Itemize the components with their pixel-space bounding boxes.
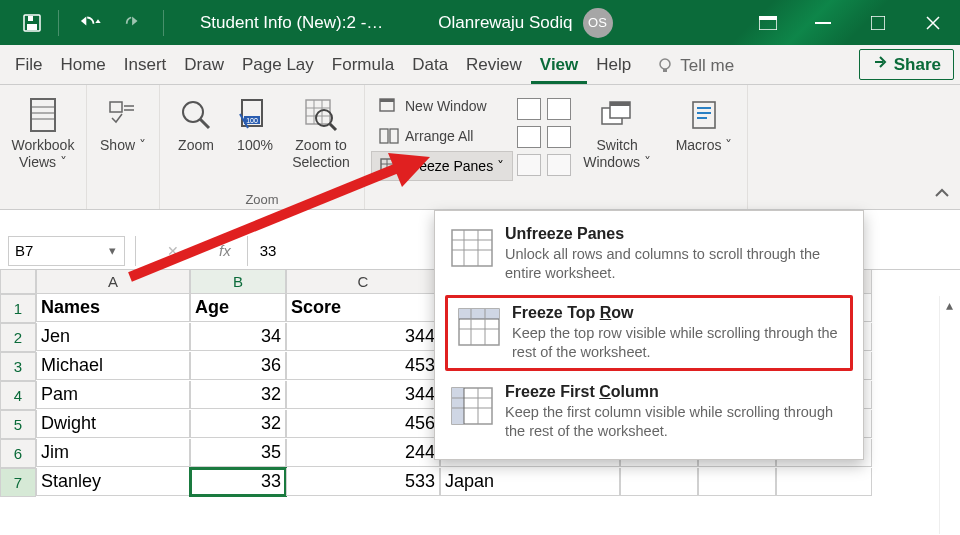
undo-icon[interactable] — [75, 13, 109, 33]
cell[interactable]: 32 — [190, 410, 286, 438]
maximize-icon[interactable] — [850, 0, 905, 45]
zoom-selection[interactable]: Zoom to Selection — [284, 91, 358, 171]
zoom-100[interactable]: 100 100% — [228, 91, 282, 154]
tab-view[interactable]: View — [531, 47, 587, 84]
svg-rect-6 — [871, 16, 885, 30]
cell[interactable]: 32 — [190, 381, 286, 409]
tab-draw[interactable]: Draw — [175, 47, 233, 84]
freeze-top-row-icon — [456, 304, 502, 350]
bulb-icon — [656, 57, 674, 75]
enter-formula-icon[interactable]: ✓ — [185, 243, 209, 259]
row-header[interactable]: 7 — [0, 468, 36, 497]
cell[interactable]: 453 — [286, 352, 440, 380]
file-title: Student Info (New):2 -… — [200, 13, 383, 33]
cell[interactable]: Stanley — [36, 468, 190, 496]
cell[interactable] — [776, 468, 872, 496]
cell-selected[interactable]: 33 — [190, 468, 286, 496]
row-header[interactable]: 4 — [0, 381, 36, 410]
row-header[interactable]: 3 — [0, 352, 36, 381]
menu-freeze-first-col[interactable]: Freeze First Column Keep the first colum… — [435, 375, 863, 449]
macros[interactable]: Macros ˅ — [667, 91, 741, 154]
svg-text:100: 100 — [246, 117, 258, 124]
cell[interactable]: Jim — [36, 439, 190, 467]
cell[interactable]: Names — [36, 294, 190, 322]
zoom-icon — [179, 95, 213, 135]
tab-review[interactable]: Review — [457, 47, 531, 84]
cell[interactable] — [620, 468, 698, 496]
cell[interactable]: Jen — [36, 323, 190, 351]
row-header[interactable]: 2 — [0, 323, 36, 352]
name-box[interactable]: B7 ▾ — [8, 236, 125, 266]
avatar[interactable]: OS — [583, 8, 613, 38]
zoom-100-label: 100% — [237, 137, 273, 154]
select-all[interactable] — [0, 270, 36, 294]
show[interactable]: Show ˅ — [93, 91, 153, 154]
cell[interactable]: Michael — [36, 352, 190, 380]
tab-help[interactable]: Help — [587, 47, 640, 84]
menu-freeze-top-row[interactable]: Freeze Top Row Keep the top row visible … — [445, 295, 853, 371]
row-header[interactable]: 6 — [0, 439, 36, 468]
col-B[interactable]: B — [190, 270, 286, 294]
freeze-first-col-icon — [449, 383, 495, 429]
tell-me[interactable]: Tell me — [650, 48, 740, 84]
tab-home[interactable]: Home — [51, 47, 114, 84]
arrange-all[interactable]: Arrange All — [371, 121, 513, 151]
cell[interactable]: Age — [190, 294, 286, 322]
formula-value[interactable]: 33 — [260, 242, 277, 259]
freeze-panes-button[interactable]: Freeze Panes ˅ — [371, 151, 513, 181]
menu-freeze-top-row-title: Freeze Top Row — [512, 304, 842, 322]
cell[interactable]: 34 — [190, 323, 286, 351]
zoom-group-label: Zoom — [245, 190, 278, 209]
switch-windows-label: Switch Windows ˅ — [575, 137, 659, 171]
svg-rect-2 — [28, 16, 33, 21]
tab-formulas[interactable]: Formula — [323, 47, 403, 84]
cell[interactable]: 456 — [286, 410, 440, 438]
arrange-all-icon — [379, 126, 399, 146]
cell[interactable]: 344 — [286, 323, 440, 351]
tab-insert[interactable]: Insert — [115, 47, 176, 84]
cell[interactable]: Dwight — [36, 410, 190, 438]
split-icon[interactable] — [517, 98, 541, 120]
cell[interactable]: 344 — [286, 381, 440, 409]
workbook-views[interactable]: Workbook Views ˅ — [6, 91, 80, 171]
fx-icon[interactable]: fx — [219, 242, 231, 259]
redo-icon[interactable] — [123, 13, 147, 33]
cancel-formula-icon[interactable]: ✕ — [161, 243, 185, 259]
user-name: Olanrewaju Sodiq — [438, 13, 572, 33]
svg-rect-42 — [452, 230, 492, 266]
close-icon[interactable] — [905, 0, 960, 45]
cell[interactable] — [698, 468, 776, 496]
minimize-icon[interactable] — [795, 0, 850, 45]
new-window[interactable]: New Window — [371, 91, 513, 121]
row-header[interactable]: 1 — [0, 294, 36, 323]
cell[interactable]: Japan — [440, 468, 620, 496]
tab-pagelayout[interactable]: Page Lay — [233, 47, 323, 84]
row-header[interactable]: 5 — [0, 410, 36, 439]
col-C[interactable]: C — [286, 270, 440, 294]
sbs-icon[interactable] — [547, 98, 571, 120]
scroll-up-icon[interactable]: ▴ — [940, 296, 958, 314]
zoom[interactable]: Zoom — [166, 91, 226, 154]
cell[interactable]: 244 — [286, 439, 440, 467]
hide-icon[interactable] — [517, 126, 541, 148]
cell[interactable]: 36 — [190, 352, 286, 380]
ribbon-display-icon[interactable] — [740, 0, 795, 45]
tab-data[interactable]: Data — [403, 47, 457, 84]
unhide-icon[interactable] — [517, 154, 541, 176]
svg-rect-30 — [381, 159, 399, 173]
reset-pos-icon[interactable] — [547, 154, 571, 176]
cell[interactable]: Pam — [36, 381, 190, 409]
switch-windows[interactable]: Switch Windows ˅ — [575, 91, 659, 171]
col-A[interactable]: A — [36, 270, 190, 294]
cell[interactable]: Score — [286, 294, 440, 322]
menu-unfreeze[interactable]: Unfreeze Panes Unlock all rows and colum… — [435, 217, 863, 291]
vertical-scrollbar[interactable]: ▴ — [939, 296, 957, 534]
cell[interactable]: 533 — [286, 468, 440, 496]
cell[interactable]: 35 — [190, 439, 286, 467]
save-icon[interactable] — [22, 13, 42, 33]
sync-scroll-icon[interactable] — [547, 126, 571, 148]
tab-file[interactable]: File — [6, 47, 51, 84]
collapse-ribbon-icon[interactable] — [934, 187, 950, 203]
svg-rect-1 — [27, 24, 37, 30]
share-button[interactable]: Share — [859, 49, 954, 80]
